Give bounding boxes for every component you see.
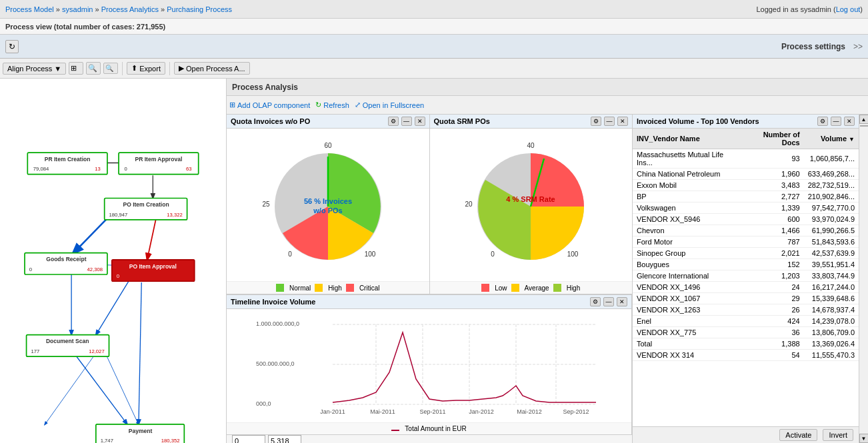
svg-text:79,084: 79,084: [33, 166, 49, 172]
refresh-icon[interactable]: ↻: [5, 40, 19, 53]
quota-srm-close-btn[interactable]: ✕: [617, 117, 628, 126]
vendor-name-cell: Sinopec Group: [633, 248, 741, 259]
right-panel: Process Analysis ⊞ Add OLAP component ↻ …: [227, 79, 868, 443]
scrollbar-up-arrow[interactable]: ▲: [859, 115, 869, 124]
timeline-legend-dot: [391, 430, 399, 431]
legend-normal-dot: [276, 284, 284, 292]
charts-row-top: Quota Invoices w/o PO ⚙ — ✕ 60 2: [227, 115, 632, 294]
table-row[interactable]: BP 2,727 210,902,846...: [633, 191, 859, 203]
svg-line-4: [96, 280, 129, 334]
svg-text:60: 60: [324, 142, 332, 149]
vendor-docs-cell: 1,339: [741, 203, 804, 214]
breadcrumb-process-analytics[interactable]: Process Analytics: [101, 5, 159, 13]
quota-invoices-settings-btn[interactable]: ⚙: [388, 117, 399, 126]
svg-text:PR Item Approval: PR Item Approval: [135, 156, 182, 163]
table-row[interactable]: VENDOR XX_1067 29 15,339,648.6: [633, 293, 859, 304]
timeline-settings-btn[interactable]: ⚙: [590, 297, 601, 306]
vendor-title: Invoiced Volume - Top 100 Vendors: [637, 117, 759, 125]
quota-invoices-chart: 60 25 0 100: [251, 140, 405, 270]
open-process-button[interactable]: ▶ Open Process A...: [174, 62, 250, 75]
vendor-volume-cell: 39,551,951.4: [804, 259, 859, 270]
table-row[interactable]: China National Petroleum 1,960 633,469,2…: [633, 169, 859, 180]
svg-text:12,027: 12,027: [89, 348, 105, 354]
table-row[interactable]: Total 1,388 13,369,026.4: [633, 338, 859, 350]
zoom-out-button[interactable]: 🔍: [103, 63, 118, 74]
flow-panel: PR Item Creation 79,084 13 PR Item Appro…: [0, 79, 227, 443]
right-main: Quota Invoices w/o PO ⚙ — ✕ 60 2: [227, 115, 868, 443]
vendor-volume-cell: 16,217,244.0: [804, 282, 859, 293]
bottom-left-input[interactable]: [232, 435, 265, 443]
quota-invoices-body: 60 25 0 100: [227, 129, 429, 281]
vendor-min-btn[interactable]: —: [831, 117, 841, 126]
add-olap-button[interactable]: ⊞ Add OLAP component: [229, 101, 310, 109]
analysis-header: Process Analysis: [227, 79, 868, 96]
right-scrollbar: ▲ ▼: [859, 115, 868, 443]
vendor-col-name: INV_Vendor Name: [633, 129, 741, 149]
settings-expand-icon[interactable]: >>: [853, 42, 863, 51]
vendor-close-btn[interactable]: ✕: [844, 117, 855, 126]
table-row[interactable]: Exxon Mobil 3,483 282,732,519...: [633, 180, 859, 191]
bottom-right-input[interactable]: [268, 435, 301, 443]
vendor-name-cell: Total: [633, 338, 741, 350]
quota-srm-settings-btn[interactable]: ⚙: [591, 117, 601, 126]
svg-text:Mai-2012: Mai-2012: [517, 408, 542, 415]
table-row[interactable]: Volkswagen 1,339 97,542,770.0: [633, 203, 859, 214]
table-row[interactable]: VENDOR XX 314 54 11,555,470.3: [633, 350, 859, 361]
legend-high-dot: [315, 284, 323, 292]
vendor-name-cell: VENDOR XX 314: [633, 350, 741, 361]
svg-text:13,322: 13,322: [167, 212, 183, 218]
scrollbar-down-arrow[interactable]: ▼: [859, 434, 869, 443]
vendor-volume-cell: 13,806,709.0: [804, 327, 859, 338]
fullscreen-button[interactable]: ⤢ Open in Fullscreen: [355, 101, 424, 109]
activate-button[interactable]: Activate: [779, 429, 817, 441]
vendor-docs-cell: 2,727: [741, 191, 804, 203]
svg-line-7: [139, 282, 141, 424]
align-process-button[interactable]: Align Process ▼: [3, 63, 66, 75]
srm-legend-high-label: High: [567, 284, 581, 292]
zoom-in-button[interactable]: 🔍: [86, 62, 101, 75]
table-row[interactable]: Enel 424 14,239,078.0: [633, 316, 859, 327]
table-row[interactable]: Ford Motor 787 51,843,593.6: [633, 236, 859, 248]
table-row[interactable]: Sinopec Group 2,021 42,537,639.9: [633, 248, 859, 259]
quota-srm-title-bar: Quota SRM POs ⚙ — ✕: [430, 115, 633, 129]
svg-text:180,352: 180,352: [161, 438, 180, 443]
process-flow-svg: PR Item Creation 79,084 13 PR Item Appro…: [0, 79, 226, 443]
table-row[interactable]: Massachusetts Mutual Life Ins... 93 1,06…: [633, 149, 859, 169]
quota-srm-chart: 40 20 0 100: [454, 140, 607, 270]
table-row[interactable]: Glencore International 1,203 33,803,744.…: [633, 270, 859, 282]
vendor-name-cell: Volkswagen: [633, 203, 741, 214]
breadcrumb-purchasing-process[interactable]: Purchasing Process: [167, 5, 232, 13]
svg-text:Mai-2011: Mai-2011: [370, 408, 395, 415]
refresh-button[interactable]: ↻ Refresh: [315, 101, 349, 109]
quota-srm-title: Quota SRM POs: [434, 117, 490, 125]
breadcrumb-process-model[interactable]: Process Model: [5, 5, 54, 13]
logout-link[interactable]: Log out: [836, 5, 861, 13]
vendor-volume-cell: 14,239,078.0: [804, 316, 859, 327]
analysis-toolbar: ⊞ Add OLAP component ↻ Refresh ⤢ Open in…: [227, 96, 868, 115]
table-row[interactable]: VENDOR XX_1496 24 16,217,244.0: [633, 282, 859, 293]
table-row[interactable]: VENDOR XX_1263 26 14,678,937.4: [633, 304, 859, 316]
invert-button[interactable]: Invert: [823, 429, 853, 441]
process-view-label: Process view (total number of cases: 271…: [5, 23, 165, 31]
vendor-volume-cell: 42,537,639.9: [804, 248, 859, 259]
vendor-docs-cell: 787: [741, 236, 804, 248]
svg-text:20: 20: [465, 201, 473, 208]
vendor-scroll-container[interactable]: INV_Vendor Name Number of Docs Volume ▼ …: [633, 129, 859, 426]
export-button[interactable]: ⬆ Export: [127, 62, 165, 75]
quota-invoices-min-btn[interactable]: —: [401, 117, 412, 126]
timeline-body: 1.000.000.000,0 500.000.000,0 000,0: [227, 309, 631, 422]
quota-invoices-close-btn[interactable]: ✕: [415, 117, 425, 126]
breadcrumb-sysadmin[interactable]: sysadmin: [62, 5, 93, 13]
table-row[interactable]: Chevron 1,466 61,990,266.5: [633, 225, 859, 236]
vendor-settings-btn[interactable]: ⚙: [817, 117, 828, 126]
quota-srm-controls: ⚙ — ✕: [591, 117, 628, 126]
timeline-min-btn[interactable]: —: [603, 297, 614, 306]
svg-text:0: 0: [29, 266, 32, 272]
refresh-btn-icon: ↻: [315, 101, 321, 109]
quota-srm-min-btn[interactable]: —: [604, 117, 615, 126]
table-row[interactable]: VENDOR XX_775 36 13,806,709.0: [633, 327, 859, 338]
timeline-close-btn[interactable]: ✕: [617, 297, 627, 306]
table-row[interactable]: Bouygues 152 39,551,951.4: [633, 259, 859, 270]
table-row[interactable]: VENDOR XX_5946 600 93,970,024.9: [633, 214, 859, 225]
toolbar-icon-btn-1[interactable]: ⊞: [69, 62, 83, 75]
